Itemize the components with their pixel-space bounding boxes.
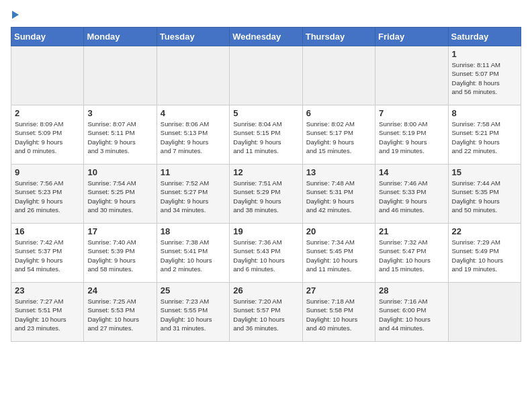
day-info: Sunrise: 7:38 AM Sunset: 5:41 PM Dayligh… [161, 238, 226, 273]
day-info: Sunrise: 7:54 AM Sunset: 5:25 PM Dayligh… [87, 179, 152, 214]
day-number: 6 [306, 108, 371, 118]
calendar-cell: 4Sunrise: 8:06 AM Sunset: 5:13 PM Daylig… [157, 105, 229, 165]
day-header-saturday: Saturday [448, 28, 521, 46]
logo-triangle-icon [12, 11, 19, 19]
calendar-cell: 20Sunrise: 7:34 AM Sunset: 5:45 PM Dayli… [302, 224, 375, 283]
day-number: 16 [15, 226, 80, 236]
day-header-friday: Friday [375, 28, 448, 46]
calendar-cell: 9Sunrise: 7:56 AM Sunset: 5:23 PM Daylig… [11, 165, 84, 224]
day-number: 21 [379, 226, 444, 236]
day-number: 20 [306, 226, 371, 236]
day-number: 26 [233, 285, 298, 295]
day-info: Sunrise: 7:40 AM Sunset: 5:39 PM Dayligh… [87, 238, 152, 273]
calendar-cell: 12Sunrise: 7:51 AM Sunset: 5:29 PM Dayli… [230, 165, 302, 224]
day-number: 2 [15, 108, 80, 118]
day-number: 15 [452, 167, 517, 177]
calendar-cell: 8Sunrise: 7:58 AM Sunset: 5:21 PM Daylig… [448, 105, 521, 165]
calendar-cell: 2Sunrise: 8:09 AM Sunset: 5:09 PM Daylig… [11, 105, 84, 165]
logo [11, 11, 19, 19]
day-info: Sunrise: 7:25 AM Sunset: 5:53 PM Dayligh… [87, 297, 152, 332]
day-info: Sunrise: 8:09 AM Sunset: 5:09 PM Dayligh… [15, 120, 80, 155]
day-header-sunday: Sunday [11, 28, 84, 46]
calendar-cell: 14Sunrise: 7:46 AM Sunset: 5:33 PM Dayli… [375, 165, 448, 224]
day-number: 11 [161, 167, 226, 177]
day-info: Sunrise: 7:46 AM Sunset: 5:33 PM Dayligh… [379, 179, 444, 214]
calendar-week-row: 2Sunrise: 8:09 AM Sunset: 5:09 PM Daylig… [11, 105, 521, 165]
day-number: 18 [161, 226, 226, 236]
calendar-cell: 28Sunrise: 7:16 AM Sunset: 6:00 PM Dayli… [375, 283, 448, 342]
calendar-header-row: SundayMondayTuesdayWednesdayThursdayFrid… [11, 28, 521, 46]
day-info: Sunrise: 7:42 AM Sunset: 5:37 PM Dayligh… [15, 238, 80, 273]
day-info: Sunrise: 8:04 AM Sunset: 5:15 PM Dayligh… [233, 120, 298, 155]
day-number: 9 [15, 167, 80, 177]
day-number: 4 [161, 108, 226, 118]
day-number: 3 [87, 108, 152, 118]
day-info: Sunrise: 7:36 AM Sunset: 5:43 PM Dayligh… [233, 238, 298, 273]
day-number: 5 [233, 108, 298, 118]
calendar-cell: 22Sunrise: 7:29 AM Sunset: 5:49 PM Dayli… [448, 224, 521, 283]
calendar-week-row: 16Sunrise: 7:42 AM Sunset: 5:37 PM Dayli… [11, 224, 521, 283]
calendar-cell: 13Sunrise: 7:48 AM Sunset: 5:31 PM Dayli… [302, 165, 375, 224]
page-header [11, 11, 521, 19]
calendar-week-row: 23Sunrise: 7:27 AM Sunset: 5:51 PM Dayli… [11, 283, 521, 342]
day-number: 7 [379, 108, 444, 118]
calendar-table: SundayMondayTuesdayWednesdayThursdayFrid… [11, 27, 521, 342]
day-number: 1 [452, 49, 517, 59]
day-info: Sunrise: 7:23 AM Sunset: 5:55 PM Dayligh… [161, 297, 226, 332]
day-info: Sunrise: 7:34 AM Sunset: 5:45 PM Dayligh… [306, 238, 371, 273]
calendar-week-row: 9Sunrise: 7:56 AM Sunset: 5:23 PM Daylig… [11, 165, 521, 224]
day-info: Sunrise: 8:11 AM Sunset: 5:07 PM Dayligh… [452, 60, 517, 96]
day-info: Sunrise: 7:58 AM Sunset: 5:21 PM Dayligh… [452, 120, 517, 155]
calendar-cell [302, 46, 375, 105]
day-info: Sunrise: 7:56 AM Sunset: 5:23 PM Dayligh… [15, 179, 80, 214]
day-number: 27 [306, 285, 371, 295]
calendar-cell [157, 46, 229, 105]
calendar-cell: 3Sunrise: 8:07 AM Sunset: 5:11 PM Daylig… [84, 105, 157, 165]
day-header-tuesday: Tuesday [157, 28, 229, 46]
calendar-cell: 21Sunrise: 7:32 AM Sunset: 5:47 PM Dayli… [375, 224, 448, 283]
day-info: Sunrise: 8:02 AM Sunset: 5:17 PM Dayligh… [306, 120, 371, 155]
calendar-cell [11, 46, 84, 105]
calendar-cell: 26Sunrise: 7:20 AM Sunset: 5:57 PM Dayli… [230, 283, 302, 342]
day-number: 24 [87, 285, 152, 295]
calendar-cell: 19Sunrise: 7:36 AM Sunset: 5:43 PM Dayli… [230, 224, 302, 283]
day-header-thursday: Thursday [302, 28, 375, 46]
day-info: Sunrise: 7:51 AM Sunset: 5:29 PM Dayligh… [233, 179, 298, 214]
day-number: 8 [452, 108, 517, 118]
day-number: 17 [87, 226, 152, 236]
day-info: Sunrise: 7:18 AM Sunset: 5:58 PM Dayligh… [306, 297, 371, 332]
day-info: Sunrise: 7:44 AM Sunset: 5:35 PM Dayligh… [452, 179, 517, 214]
calendar-cell [84, 46, 157, 105]
calendar-cell: 5Sunrise: 8:04 AM Sunset: 5:15 PM Daylig… [230, 105, 302, 165]
calendar-cell [230, 46, 302, 105]
calendar-cell: 23Sunrise: 7:27 AM Sunset: 5:51 PM Dayli… [11, 283, 84, 342]
day-number: 23 [15, 285, 80, 295]
day-info: Sunrise: 8:06 AM Sunset: 5:13 PM Dayligh… [161, 120, 226, 155]
day-header-monday: Monday [84, 28, 157, 46]
day-header-wednesday: Wednesday [230, 28, 302, 46]
day-number: 25 [161, 285, 226, 295]
day-number: 10 [87, 167, 152, 177]
calendar-cell: 11Sunrise: 7:52 AM Sunset: 5:27 PM Dayli… [157, 165, 229, 224]
calendar-cell [448, 283, 521, 342]
day-number: 19 [233, 226, 298, 236]
calendar-cell: 1Sunrise: 8:11 AM Sunset: 5:07 PM Daylig… [448, 46, 521, 105]
calendar-cell: 10Sunrise: 7:54 AM Sunset: 5:25 PM Dayli… [84, 165, 157, 224]
calendar-cell: 16Sunrise: 7:42 AM Sunset: 5:37 PM Dayli… [11, 224, 84, 283]
calendar-cell: 15Sunrise: 7:44 AM Sunset: 5:35 PM Dayli… [448, 165, 521, 224]
day-info: Sunrise: 7:48 AM Sunset: 5:31 PM Dayligh… [306, 179, 371, 214]
day-info: Sunrise: 8:00 AM Sunset: 5:19 PM Dayligh… [379, 120, 444, 155]
day-info: Sunrise: 7:20 AM Sunset: 5:57 PM Dayligh… [233, 297, 298, 332]
calendar-week-row: 1Sunrise: 8:11 AM Sunset: 5:07 PM Daylig… [11, 46, 521, 105]
day-number: 12 [233, 167, 298, 177]
day-info: Sunrise: 7:52 AM Sunset: 5:27 PM Dayligh… [161, 179, 226, 214]
day-info: Sunrise: 7:16 AM Sunset: 6:00 PM Dayligh… [379, 297, 444, 332]
day-info: Sunrise: 8:07 AM Sunset: 5:11 PM Dayligh… [87, 120, 152, 155]
calendar-cell [375, 46, 448, 105]
calendar-cell: 27Sunrise: 7:18 AM Sunset: 5:58 PM Dayli… [302, 283, 375, 342]
calendar-cell: 6Sunrise: 8:02 AM Sunset: 5:17 PM Daylig… [302, 105, 375, 165]
calendar-cell: 24Sunrise: 7:25 AM Sunset: 5:53 PM Dayli… [84, 283, 157, 342]
day-info: Sunrise: 7:32 AM Sunset: 5:47 PM Dayligh… [379, 238, 444, 273]
day-number: 22 [452, 226, 517, 236]
day-info: Sunrise: 7:29 AM Sunset: 5:49 PM Dayligh… [452, 238, 517, 273]
